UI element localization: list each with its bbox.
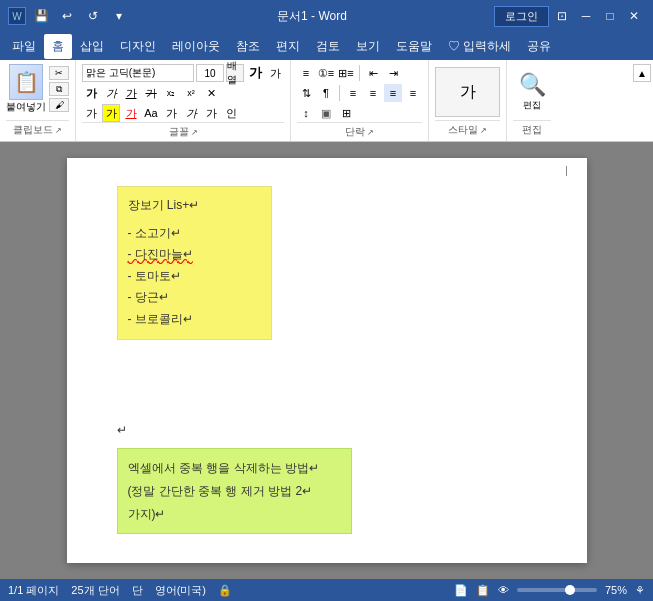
copy-button[interactable]: ⧉ bbox=[49, 82, 69, 96]
clear-format-button[interactable]: ✕ bbox=[202, 84, 220, 102]
paste-button[interactable]: 📋 붙여넣기 bbox=[6, 64, 46, 114]
highlight-button[interactable]: 가 bbox=[102, 104, 120, 122]
word-count: 25개 단어 bbox=[71, 583, 119, 598]
sticky-green-line1: 엑셀에서 중복 행을 삭제하는 방법↵ bbox=[128, 457, 341, 480]
zoom-slider[interactable] bbox=[517, 588, 597, 592]
multilevel-list-button[interactable]: ⊞≡ bbox=[337, 64, 355, 82]
italic-small-button[interactable]: 가 bbox=[182, 104, 200, 122]
style-button[interactable]: 가 bbox=[435, 67, 500, 117]
cut-button[interactable]: ✂ bbox=[49, 66, 69, 80]
font-color-button[interactable]: 가 bbox=[122, 104, 140, 122]
sticky-yellow-item3: - 토마토↵ bbox=[128, 266, 261, 288]
view-icon-web[interactable]: 👁 bbox=[498, 584, 509, 596]
menu-share[interactable]: 공유 bbox=[519, 34, 559, 59]
style-content: 가 bbox=[435, 64, 500, 120]
justify-button[interactable]: ≡ bbox=[404, 84, 422, 102]
style-expand-icon[interactable]: ↗ bbox=[480, 126, 487, 135]
increase-indent-button[interactable]: ⇥ bbox=[384, 64, 402, 82]
decorative-icon: ⚘ bbox=[635, 584, 645, 597]
menu-layout[interactable]: 레이아웃 bbox=[164, 34, 228, 59]
para-label: 단락 ↗ bbox=[297, 122, 422, 139]
numbered-list-button[interactable]: ①≡ bbox=[317, 64, 335, 82]
close-button[interactable]: ✕ bbox=[623, 5, 645, 27]
subscript-button[interactable]: x₂ bbox=[162, 84, 180, 102]
superscript-button[interactable]: x² bbox=[182, 84, 200, 102]
menu-review[interactable]: 검토 bbox=[308, 34, 348, 59]
menu-mailings[interactable]: 편지 bbox=[268, 34, 308, 59]
document-page[interactable]: 장보기 Lis+↵ - 소고기↵ - 다진마늘↵ - 토마토↵ - 당근↵ - … bbox=[67, 158, 587, 563]
menu-home[interactable]: 홈 bbox=[44, 34, 72, 59]
align-left-button[interactable]: ≡ bbox=[344, 84, 362, 102]
edit-section-label: 편집 bbox=[513, 120, 551, 137]
zoom-thumb[interactable] bbox=[565, 585, 575, 595]
clipboard-content: 📋 붙여넣기 ✂ ⧉ 🖌 bbox=[6, 64, 69, 120]
align-center-button[interactable]: ≡ bbox=[364, 84, 382, 102]
view-icon-read[interactable]: 📄 bbox=[454, 584, 468, 597]
borders-button[interactable]: ⊞ bbox=[337, 104, 355, 122]
font-group: 배열 가 가 가 가 가 가 x₂ x² ✕ 가 가 가 Aa 가 가 가 인 … bbox=[76, 60, 291, 141]
text-effect-button[interactable]: 가 bbox=[82, 104, 100, 122]
redo-button[interactable]: ↺ bbox=[82, 5, 104, 27]
word-icon[interactable]: W bbox=[8, 7, 26, 25]
sticky-note-green[interactable]: 엑셀에서 중복 행을 삭제하는 방법↵ (정말 간단한 중복 행 제거 방법 2… bbox=[117, 448, 352, 534]
minimize-button[interactable]: ─ bbox=[575, 5, 597, 27]
title-text: 문서1 - Word bbox=[130, 8, 494, 25]
menu-input[interactable]: ♡ 입력하세 bbox=[440, 34, 519, 59]
clipboard-group: 📋 붙여넣기 ✂ ⧉ 🖌 클립보드 ↗ bbox=[0, 60, 76, 141]
ribbon-collapse-button[interactable]: ▲ bbox=[633, 64, 651, 82]
increase-font-button[interactable]: 가 bbox=[246, 64, 264, 82]
sticky-yellow-title: 장보기 Lis+↵ bbox=[128, 195, 261, 217]
font-expand-icon[interactable]: ↗ bbox=[191, 128, 198, 137]
menu-references[interactable]: 참조 bbox=[228, 34, 268, 59]
page-info: 1/1 페이지 bbox=[8, 583, 59, 598]
align-right-button[interactable]: ≡ bbox=[384, 84, 402, 102]
font-row2: 가 가 가 가 x₂ x² ✕ bbox=[82, 84, 284, 102]
status-bar: 1/1 페이지 25개 단어 단 영어(미국) 🔒 📄 📋 👁 75% ⚘ bbox=[0, 579, 653, 601]
para-expand-icon[interactable]: ↗ bbox=[367, 128, 374, 137]
title-controls-left: W 💾 ↩ ↺ ▾ bbox=[8, 5, 130, 27]
maximize-button[interactable]: □ bbox=[599, 5, 621, 27]
find-button[interactable]: 🔍 편집 bbox=[513, 67, 551, 117]
restore-icon[interactable]: ⊡ bbox=[551, 5, 573, 27]
save-button[interactable]: 💾 bbox=[30, 5, 52, 27]
paragraph-mark: ↵ bbox=[117, 423, 127, 437]
menu-file[interactable]: 파일 bbox=[4, 34, 44, 59]
bold-small-button[interactable]: 가 bbox=[162, 104, 180, 122]
decrease-indent-button[interactable]: ⇤ bbox=[364, 64, 382, 82]
para-shading-button[interactable]: ▣ bbox=[317, 104, 335, 122]
style-icon: 가 bbox=[460, 82, 476, 103]
line-spacing-para-button[interactable]: ↕ bbox=[297, 104, 315, 122]
font-size-input[interactable] bbox=[196, 64, 224, 82]
show-marks-button[interactable]: ¶ bbox=[317, 84, 335, 102]
clipboard-expand-icon[interactable]: ↗ bbox=[55, 126, 62, 135]
decrease-font-button[interactable]: 가 bbox=[266, 64, 284, 82]
case-button[interactable]: Aa bbox=[142, 104, 160, 122]
ribbon: 📋 붙여넣기 ✂ ⧉ 🖌 클립보드 ↗ 배열 가 가 가 가 가 가 bbox=[0, 60, 653, 142]
ribbon-collapse: ▲ bbox=[631, 60, 653, 141]
title-controls-right: 로그인 ⊡ ─ □ ✕ bbox=[494, 5, 645, 27]
font-name-input[interactable] bbox=[82, 64, 194, 82]
underline-button[interactable]: 가 bbox=[122, 84, 140, 102]
format-painter-button[interactable]: 🖌 bbox=[49, 98, 69, 112]
sticky-yellow-item1: - 소고기↵ bbox=[128, 223, 261, 245]
strikethrough-button[interactable]: 가 bbox=[142, 84, 160, 102]
undo-button[interactable]: ↩ bbox=[56, 5, 78, 27]
sticky-note-yellow[interactable]: 장보기 Lis+↵ - 소고기↵ - 다진마늘↵ - 토마토↵ - 당근↵ - … bbox=[117, 186, 272, 340]
font-row1: 배열 가 가 bbox=[82, 64, 284, 82]
edit-content: 🔍 편집 bbox=[513, 64, 551, 120]
sticky-yellow-item5: - 브로콜리↵ bbox=[128, 309, 261, 331]
menu-help[interactable]: 도움말 bbox=[388, 34, 440, 59]
quick-access-more[interactable]: ▾ bbox=[108, 5, 130, 27]
menu-design[interactable]: 디자인 bbox=[112, 34, 164, 59]
italic-button[interactable]: 가 bbox=[102, 84, 120, 102]
menu-insert[interactable]: 삽입 bbox=[72, 34, 112, 59]
accent-button[interactable]: 가 bbox=[202, 104, 220, 122]
menu-view[interactable]: 보기 bbox=[348, 34, 388, 59]
phonetic-button[interactable]: 인 bbox=[222, 104, 240, 122]
bullet-list-button[interactable]: ≡ bbox=[297, 64, 315, 82]
line-spacing-button[interactable]: 배열 bbox=[226, 64, 244, 82]
view-icon-print[interactable]: 📋 bbox=[476, 584, 490, 597]
login-button[interactable]: 로그인 bbox=[494, 6, 549, 27]
bold-button[interactable]: 가 bbox=[82, 84, 100, 102]
sort-button[interactable]: ⇅ bbox=[297, 84, 315, 102]
